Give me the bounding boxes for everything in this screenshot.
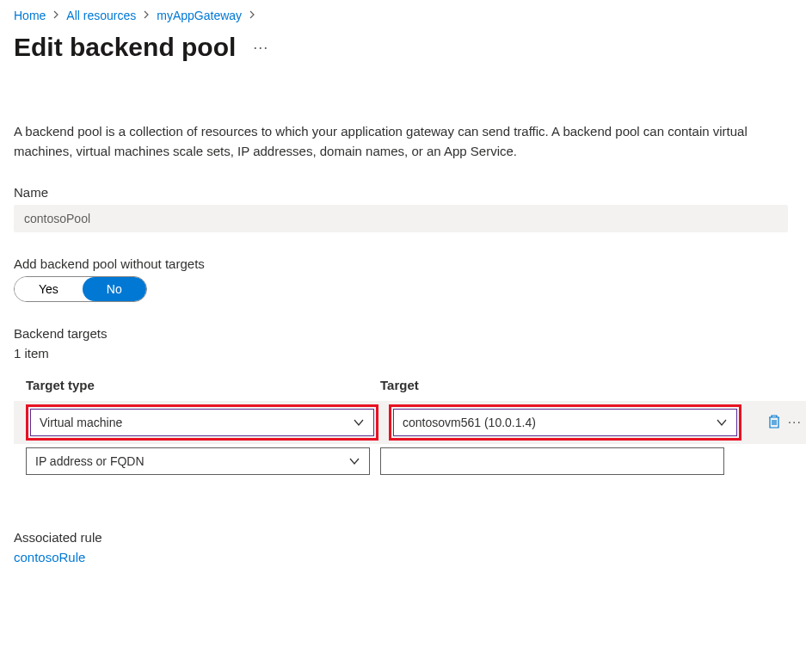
chevron-right-icon — [143, 9, 150, 22]
target-value: contosovm561 (10.0.1.4) — [403, 416, 536, 429]
new-target-input[interactable] — [380, 447, 724, 475]
backend-targets-label: Backend targets — [14, 326, 792, 341]
targets-table: Target type Target Virtual machine conto… — [14, 378, 788, 478]
name-label: Name — [14, 185, 792, 200]
new-target-type-select[interactable]: IP address or FQDN — [26, 447, 370, 475]
chevron-right-icon — [52, 9, 59, 22]
chevron-down-icon — [348, 454, 360, 468]
target-select[interactable]: contosovm561 (10.0.1.4) — [393, 409, 737, 436]
row-more-button[interactable]: ··· — [788, 415, 802, 430]
associated-rule-link[interactable]: contosoRule — [14, 550, 85, 564]
toggle-no[interactable]: No — [83, 277, 146, 301]
column-target-type: Target type — [26, 378, 370, 392]
chevron-right-icon — [249, 9, 255, 22]
column-target: Target — [380, 378, 724, 392]
breadcrumb-gateway[interactable]: myAppGateway — [157, 9, 242, 22]
item-count: 1 item — [14, 346, 792, 361]
description-text: A backend pool is a collection of resour… — [14, 122, 788, 161]
toggle-yes[interactable]: Yes — [15, 277, 83, 301]
target-row: Virtual machine contosovm561 (10.0.1.4) … — [14, 401, 806, 444]
more-actions-button[interactable]: ··· — [253, 39, 268, 57]
delete-icon[interactable] — [767, 414, 781, 432]
target-type-value: Virtual machine — [40, 416, 122, 429]
without-targets-toggle: Yes No — [14, 276, 147, 302]
associated-rule-label: Associated rule — [14, 530, 792, 545]
target-type-select[interactable]: Virtual machine — [30, 409, 374, 436]
breadcrumb-all-resources[interactable]: All resources — [66, 9, 136, 22]
chevron-down-icon — [353, 416, 365, 429]
chevron-down-icon — [716, 416, 728, 429]
without-targets-label: Add backend pool without targets — [14, 256, 792, 271]
target-row-new: IP address or FQDN — [14, 444, 788, 478]
new-target-type-value: IP address or FQDN — [35, 454, 145, 468]
page-title: Edit backend pool — [14, 33, 236, 62]
name-input[interactable] — [14, 205, 788, 232]
breadcrumb-home[interactable]: Home — [14, 9, 46, 22]
breadcrumb: Home All resources myAppGateway — [14, 9, 792, 22]
